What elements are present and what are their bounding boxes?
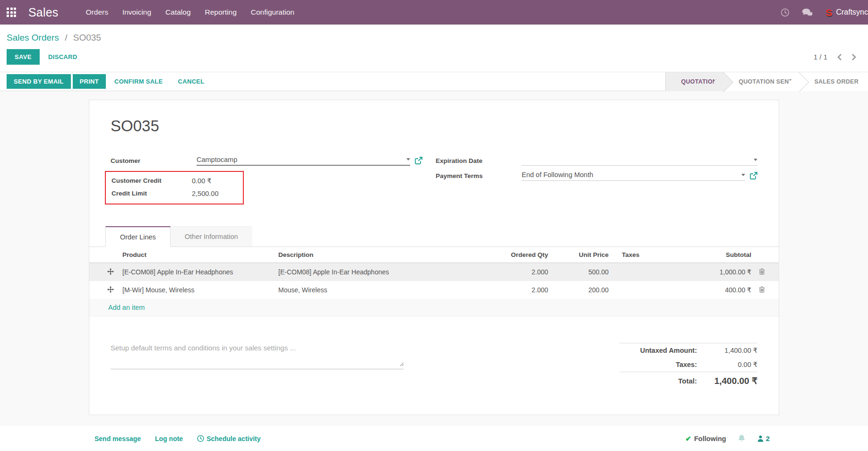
terms-placeholder: Setup default terms and conditions in yo…: [111, 343, 404, 352]
top-navbar: Sales Orders Invoicing Catalog Reporting…: [0, 0, 868, 25]
app-name[interactable]: Sales: [28, 6, 59, 19]
user-menu[interactable]: S Craftsync: [825, 8, 868, 17]
messages-icon[interactable]: [802, 8, 813, 17]
pager-next-icon[interactable]: [851, 53, 857, 61]
cell-unit-price[interactable]: 200.00: [551, 281, 611, 299]
breadcrumb: Sales Orders / SO035: [7, 33, 860, 43]
statusbar: SEND BY EMAIL PRINT CONFIRM SALE CANCEL …: [0, 72, 868, 91]
order-lines-table: Product Description Ordered Qty Unit Pri…: [89, 247, 779, 316]
menu-configuration[interactable]: Configuration: [251, 8, 294, 17]
clock-icon: [197, 435, 204, 442]
apps-grid-icon[interactable]: [7, 8, 16, 17]
expiration-date-label: Expiration Date: [436, 157, 522, 164]
tab-other-information[interactable]: Other Information: [171, 226, 252, 247]
user-name: Craftsync: [836, 8, 868, 17]
payment-terms-external-link-icon[interactable]: [750, 172, 757, 179]
bell-icon[interactable]: [738, 434, 746, 443]
drag-handle-icon[interactable]: [89, 263, 120, 281]
cell-subtotal: 400.00 ₹: [682, 281, 754, 299]
cell-description[interactable]: Mouse, Wireless: [275, 281, 490, 299]
send-by-email-button[interactable]: SEND BY EMAIL: [7, 74, 71, 89]
expiration-date-input[interactable]: [522, 155, 757, 166]
followers-button[interactable]: 2: [757, 434, 770, 442]
chevron-down-icon[interactable]: [741, 174, 745, 176]
print-button[interactable]: PRINT: [73, 74, 106, 89]
activities-clock-icon[interactable]: [781, 8, 790, 17]
pager: 1 / 1: [814, 53, 860, 61]
notebook-tabs: Order Lines Other Information: [89, 226, 779, 247]
following-button[interactable]: ✔ Following: [685, 434, 726, 443]
cell-taxes[interactable]: [611, 281, 682, 299]
column-unit-price: Unit Price: [551, 247, 611, 263]
chatter: Send message Log note Schedule activity …: [0, 426, 868, 451]
cell-product[interactable]: [E-COM08] Apple In-Ear Headphones: [120, 263, 275, 281]
cancel-button[interactable]: CANCEL: [172, 74, 211, 89]
state-quotation[interactable]: QUOTATION: [665, 72, 723, 91]
cell-unit-price[interactable]: 500.00: [551, 263, 611, 281]
customer-label: Customer: [111, 157, 197, 164]
state-ribbon: QUOTATION QUOTATION SENT SALES ORDER: [665, 72, 868, 91]
save-button[interactable]: SAVE: [7, 49, 40, 65]
table-row[interactable]: [M-Wir] Mouse, Wireless Mouse, Wireless …: [89, 281, 779, 299]
payment-terms-label: Payment Terms: [436, 172, 522, 179]
untaxed-amount-value: 1,400.00 ₹: [697, 347, 757, 354]
table-row[interactable]: [E-COM08] Apple In-Ear Headphones [E-COM…: [89, 263, 779, 281]
total-value: 1,400.00 ₹: [697, 375, 757, 386]
person-icon: [757, 435, 764, 442]
column-product: Product: [120, 247, 275, 263]
taxes-value: 0.00 ₹: [697, 361, 757, 368]
column-taxes: Taxes: [611, 247, 682, 263]
cell-product[interactable]: [M-Wir] Mouse, Wireless: [120, 281, 275, 299]
following-label: Following: [694, 435, 726, 442]
state-sales-order[interactable]: SALES ORDER: [799, 72, 868, 91]
column-subtotal: Subtotal: [682, 247, 754, 263]
check-icon: ✔: [685, 434, 691, 443]
drag-handle-icon[interactable]: [89, 281, 120, 299]
confirm-sale-button[interactable]: CONFIRM SALE: [108, 74, 170, 89]
credit-limit-label: Credit Limit: [112, 190, 192, 197]
menu-reporting[interactable]: Reporting: [205, 8, 237, 17]
menu-invoicing[interactable]: Invoicing: [122, 8, 151, 17]
untaxed-amount-label: Untaxed Amount:: [640, 347, 697, 354]
delete-line-icon[interactable]: [754, 281, 779, 299]
column-ordered-qty: Ordered Qty: [490, 247, 551, 263]
menu-orders[interactable]: Orders: [86, 8, 108, 17]
order-title: SO035: [111, 117, 757, 135]
table-header-row: Product Description Ordered Qty Unit Pri…: [89, 247, 779, 263]
log-note-button[interactable]: Log note: [155, 435, 183, 442]
breadcrumb-sales-orders[interactable]: Sales Orders: [7, 33, 59, 43]
chevron-down-icon[interactable]: [754, 159, 757, 161]
delete-line-icon[interactable]: [754, 263, 779, 281]
breadcrumb-separator: /: [65, 33, 67, 43]
add-an-item-link[interactable]: Add an item: [108, 304, 145, 311]
customer-external-link-icon[interactable]: [415, 157, 422, 164]
taxes-label: Taxes:: [676, 361, 697, 368]
cell-taxes[interactable]: [611, 263, 682, 281]
resize-handle-icon[interactable]: [399, 359, 404, 368]
tab-order-lines[interactable]: Order Lines: [105, 226, 171, 247]
send-message-button[interactable]: Send message: [95, 435, 141, 442]
chevron-down-icon[interactable]: [406, 158, 410, 161]
add-item-row: Add an item: [89, 299, 779, 316]
discard-button[interactable]: DISCARD: [42, 49, 84, 65]
credit-limit-value: 2,500.00: [192, 190, 218, 197]
cell-qty[interactable]: 2.000: [490, 263, 551, 281]
customer-credit-label: Customer Credit: [112, 177, 192, 184]
customer-input[interactable]: Camptocamp: [197, 155, 410, 166]
pager-counter: 1 / 1: [814, 53, 827, 61]
column-description: Description: [275, 247, 490, 263]
credit-highlight-box: Customer Credit 0.00 ₹ Credit Limit 2,50…: [105, 171, 244, 204]
main-menu: Orders Invoicing Catalog Reporting Confi…: [86, 8, 294, 17]
menu-catalog[interactable]: Catalog: [165, 8, 190, 17]
schedule-activity-button[interactable]: Schedule activity: [197, 435, 260, 442]
customer-credit-value: 0.00 ₹: [192, 177, 211, 185]
totals-panel: Untaxed Amount: 1,400.00 ₹ Taxes: 0.00 ₹…: [619, 343, 757, 390]
main-content: SO035 Customer Camptocamp Customer Cr: [0, 91, 868, 426]
terms-textarea[interactable]: Setup default terms and conditions in yo…: [111, 343, 404, 369]
payment-terms-input[interactable]: End of Following Month: [522, 170, 745, 181]
state-quotation-sent[interactable]: QUOTATION SENT: [723, 72, 799, 91]
pager-previous-icon[interactable]: [837, 53, 842, 61]
cell-subtotal: 1,000.00 ₹: [682, 263, 754, 281]
cell-qty[interactable]: 2.000: [490, 281, 551, 299]
cell-description[interactable]: [E-COM08] Apple In-Ear Headphones: [275, 263, 490, 281]
